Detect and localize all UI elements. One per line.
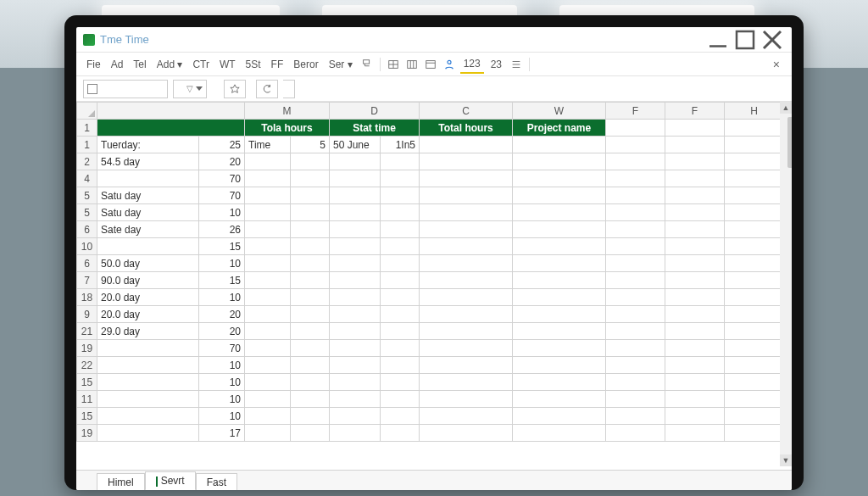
cell[interactable] xyxy=(97,425,199,442)
cell[interactable] xyxy=(420,374,513,391)
cell[interactable] xyxy=(381,238,420,255)
cell[interactable]: 20.0 day xyxy=(97,289,199,306)
cell[interactable] xyxy=(245,170,291,187)
cell[interactable]: Stat time xyxy=(330,120,420,137)
col-header[interactable]: D xyxy=(330,103,420,120)
cell[interactable] xyxy=(665,187,725,204)
cell[interactable] xyxy=(725,238,780,255)
cell[interactable] xyxy=(665,357,725,374)
cell[interactable]: Total hours xyxy=(420,120,513,137)
menu-5st[interactable]: 5St xyxy=(242,56,264,73)
cell[interactable] xyxy=(245,323,291,340)
table-icon[interactable] xyxy=(386,57,401,72)
cell[interactable] xyxy=(330,187,381,204)
cell[interactable] xyxy=(330,272,381,289)
cell[interactable] xyxy=(245,408,291,425)
row-header[interactable]: 4 xyxy=(77,170,97,187)
row-header[interactable]: 5 xyxy=(77,204,97,221)
cell[interactable] xyxy=(725,221,780,238)
cell[interactable] xyxy=(606,255,665,272)
cell[interactable]: Sate day xyxy=(97,221,199,238)
row-header[interactable]: 10 xyxy=(77,238,97,255)
row-header[interactable]: 9 xyxy=(77,306,97,323)
person-icon[interactable] xyxy=(442,57,457,72)
cell[interactable] xyxy=(665,374,725,391)
cell[interactable] xyxy=(665,153,725,170)
cell[interactable] xyxy=(420,238,513,255)
cell[interactable] xyxy=(606,238,665,255)
cell[interactable] xyxy=(381,357,420,374)
cell[interactable] xyxy=(725,340,780,357)
cell[interactable] xyxy=(381,425,420,442)
cell[interactable] xyxy=(330,289,381,306)
cell[interactable] xyxy=(606,340,665,357)
cell[interactable] xyxy=(245,221,291,238)
cell[interactable] xyxy=(606,374,665,391)
list-icon[interactable] xyxy=(509,57,524,72)
cell[interactable] xyxy=(606,391,665,408)
spreadsheet-grid[interactable]: MDCWFFH1Tola hoursStat timeTotal hoursPr… xyxy=(76,102,780,470)
cell[interactable] xyxy=(725,153,780,170)
ribbon-close-button[interactable]: × xyxy=(768,55,785,74)
cell[interactable] xyxy=(420,255,513,272)
calendar-icon[interactable] xyxy=(423,57,438,72)
cell[interactable]: 20.0 day xyxy=(97,306,199,323)
cell[interactable] xyxy=(606,170,665,187)
cell[interactable] xyxy=(606,408,665,425)
cell[interactable] xyxy=(606,120,665,137)
cell[interactable] xyxy=(725,357,780,374)
cell[interactable]: Tuerday: xyxy=(97,137,199,153)
cell[interactable] xyxy=(381,153,420,170)
row-header[interactable]: 19 xyxy=(77,425,97,442)
cell[interactable] xyxy=(330,204,381,221)
cell[interactable] xyxy=(330,323,381,340)
cell[interactable] xyxy=(725,323,780,340)
cell[interactable] xyxy=(665,272,725,289)
cell[interactable] xyxy=(97,170,199,187)
cell[interactable] xyxy=(513,289,606,306)
cell[interactable]: 5 xyxy=(291,137,330,153)
cell[interactable] xyxy=(245,374,291,391)
cell[interactable] xyxy=(245,391,291,408)
cell[interactable] xyxy=(420,425,513,442)
cell[interactable] xyxy=(245,204,291,221)
cell[interactable] xyxy=(291,289,330,306)
cell[interactable] xyxy=(665,425,725,442)
menu-add[interactable]: Add ▾ xyxy=(153,56,186,73)
cell[interactable] xyxy=(665,391,725,408)
cell[interactable] xyxy=(420,187,513,204)
cell[interactable] xyxy=(97,357,199,374)
row-header[interactable]: 18 xyxy=(77,289,97,306)
menu-ad[interactable]: Ad xyxy=(108,56,127,73)
cell[interactable] xyxy=(606,187,665,204)
grid-icon[interactable] xyxy=(404,57,420,72)
cell[interactable] xyxy=(513,272,606,289)
cell[interactable]: 26 xyxy=(199,221,245,238)
select-all-corner[interactable] xyxy=(77,103,97,120)
close-button[interactable] xyxy=(760,30,785,50)
cell[interactable] xyxy=(330,408,381,425)
row-header[interactable]: 6 xyxy=(77,255,97,272)
cell[interactable] xyxy=(245,238,291,255)
cell[interactable] xyxy=(291,221,330,238)
cell[interactable]: 54.5 day xyxy=(97,153,199,170)
cell[interactable] xyxy=(330,238,381,255)
cell[interactable] xyxy=(725,391,780,408)
cell[interactable] xyxy=(245,153,291,170)
vertical-scrollbar[interactable]: ▲ ▼ xyxy=(780,102,792,466)
cell[interactable] xyxy=(97,238,199,255)
cell[interactable]: Project name xyxy=(513,120,606,137)
row-header[interactable]: 1 xyxy=(77,137,97,153)
cell[interactable] xyxy=(245,272,291,289)
cell[interactable]: 70 xyxy=(199,340,245,357)
scroll-up-button[interactable]: ▲ xyxy=(780,102,792,114)
cell[interactable] xyxy=(513,357,606,374)
cell[interactable] xyxy=(97,120,245,137)
cell[interactable] xyxy=(330,340,381,357)
cell[interactable] xyxy=(606,272,665,289)
number-format-123[interactable]: 123 xyxy=(460,55,484,74)
cell[interactable] xyxy=(513,255,606,272)
cell[interactable] xyxy=(381,187,420,204)
cell[interactable] xyxy=(245,340,291,357)
cell[interactable]: 50 June xyxy=(330,137,381,153)
